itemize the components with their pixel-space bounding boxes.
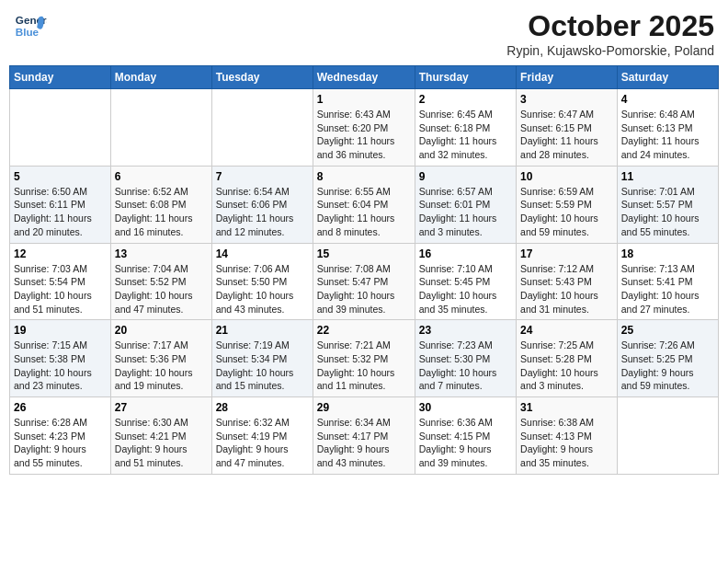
calendar-day-cell: 27Sunrise: 6:30 AM Sunset: 4:21 PM Dayli… bbox=[110, 397, 211, 475]
day-number: 11 bbox=[621, 170, 714, 183]
day-info: Sunrise: 7:01 AM Sunset: 5:57 PM Dayligh… bbox=[621, 185, 714, 239]
calendar-day-cell: 18Sunrise: 7:13 AM Sunset: 5:41 PM Dayli… bbox=[617, 243, 718, 320]
day-info: Sunrise: 6:28 AM Sunset: 4:23 PM Dayligh… bbox=[14, 416, 107, 470]
calendar-day-cell: 23Sunrise: 7:23 AM Sunset: 5:30 PM Dayli… bbox=[415, 320, 516, 397]
day-number: 2 bbox=[419, 93, 512, 106]
calendar-table: SundayMondayTuesdayWednesdayThursdayFrid… bbox=[9, 65, 719, 475]
day-info: Sunrise: 7:25 AM Sunset: 5:28 PM Dayligh… bbox=[520, 339, 613, 393]
calendar-day-cell: 6Sunrise: 6:52 AM Sunset: 6:08 PM Daylig… bbox=[110, 166, 211, 243]
calendar-day-cell bbox=[211, 89, 313, 167]
calendar-day-cell bbox=[110, 89, 211, 167]
calendar-day-cell: 13Sunrise: 7:04 AM Sunset: 5:52 PM Dayli… bbox=[110, 243, 211, 320]
day-info: Sunrise: 6:30 AM Sunset: 4:21 PM Dayligh… bbox=[115, 416, 208, 470]
calendar-day-cell: 20Sunrise: 7:17 AM Sunset: 5:36 PM Dayli… bbox=[110, 320, 211, 397]
day-info: Sunrise: 6:57 AM Sunset: 6:01 PM Dayligh… bbox=[419, 185, 512, 239]
day-number: 29 bbox=[317, 401, 411, 414]
weekday-header: Sunday bbox=[10, 66, 111, 89]
day-number: 17 bbox=[520, 247, 613, 260]
weekday-header: Friday bbox=[517, 66, 618, 89]
day-number: 30 bbox=[419, 401, 512, 414]
day-number: 24 bbox=[520, 324, 613, 337]
day-info: Sunrise: 6:38 AM Sunset: 4:13 PM Dayligh… bbox=[520, 416, 613, 470]
calendar-day-cell: 29Sunrise: 6:34 AM Sunset: 4:17 PM Dayli… bbox=[313, 397, 415, 475]
day-info: Sunrise: 7:03 AM Sunset: 5:54 PM Dayligh… bbox=[14, 262, 107, 316]
day-number: 22 bbox=[317, 324, 411, 337]
day-number: 8 bbox=[317, 170, 411, 183]
day-number: 28 bbox=[216, 401, 309, 414]
day-info: Sunrise: 7:26 AM Sunset: 5:25 PM Dayligh… bbox=[621, 339, 714, 393]
calendar-day-cell: 7Sunrise: 6:54 AM Sunset: 6:06 PM Daylig… bbox=[211, 166, 313, 243]
day-number: 7 bbox=[216, 170, 309, 183]
day-info: Sunrise: 6:32 AM Sunset: 4:19 PM Dayligh… bbox=[216, 416, 309, 470]
day-info: Sunrise: 7:12 AM Sunset: 5:43 PM Dayligh… bbox=[520, 262, 613, 316]
day-number: 25 bbox=[621, 324, 714, 337]
weekday-header-row: SundayMondayTuesdayWednesdayThursdayFrid… bbox=[10, 66, 719, 89]
day-number: 1 bbox=[317, 93, 411, 106]
calendar-week-row: 12Sunrise: 7:03 AM Sunset: 5:54 PM Dayli… bbox=[10, 243, 719, 320]
day-info: Sunrise: 6:34 AM Sunset: 4:17 PM Dayligh… bbox=[317, 416, 411, 470]
day-info: Sunrise: 6:48 AM Sunset: 6:13 PM Dayligh… bbox=[621, 108, 714, 162]
day-number: 15 bbox=[317, 247, 411, 260]
logo: General Blue bbox=[14, 9, 51, 42]
calendar-day-cell: 8Sunrise: 6:55 AM Sunset: 6:04 PM Daylig… bbox=[313, 166, 415, 243]
calendar-day-cell: 31Sunrise: 6:38 AM Sunset: 4:13 PM Dayli… bbox=[517, 397, 618, 475]
day-info: Sunrise: 7:19 AM Sunset: 5:34 PM Dayligh… bbox=[216, 339, 309, 393]
day-number: 13 bbox=[115, 247, 208, 260]
day-info: Sunrise: 6:54 AM Sunset: 6:06 PM Dayligh… bbox=[216, 185, 309, 239]
day-info: Sunrise: 6:36 AM Sunset: 4:15 PM Dayligh… bbox=[419, 416, 512, 470]
day-info: Sunrise: 6:43 AM Sunset: 6:20 PM Dayligh… bbox=[317, 108, 411, 162]
day-info: Sunrise: 7:04 AM Sunset: 5:52 PM Dayligh… bbox=[115, 262, 208, 316]
day-info: Sunrise: 7:08 AM Sunset: 5:47 PM Dayligh… bbox=[317, 262, 411, 316]
calendar-day-cell: 14Sunrise: 7:06 AM Sunset: 5:50 PM Dayli… bbox=[211, 243, 313, 320]
day-number: 5 bbox=[14, 170, 107, 183]
day-number: 27 bbox=[115, 401, 208, 414]
day-number: 20 bbox=[115, 324, 208, 337]
location-subtitle: Rypin, Kujawsko-Pomorskie, Poland bbox=[506, 43, 714, 58]
day-info: Sunrise: 7:15 AM Sunset: 5:38 PM Dayligh… bbox=[14, 339, 107, 393]
calendar-day-cell bbox=[617, 397, 718, 475]
calendar-day-cell: 26Sunrise: 6:28 AM Sunset: 4:23 PM Dayli… bbox=[10, 397, 111, 475]
day-info: Sunrise: 7:13 AM Sunset: 5:41 PM Dayligh… bbox=[621, 262, 714, 316]
calendar-week-row: 19Sunrise: 7:15 AM Sunset: 5:38 PM Dayli… bbox=[10, 320, 719, 397]
month-title: October 2025 bbox=[506, 9, 714, 43]
day-number: 26 bbox=[14, 401, 107, 414]
day-number: 19 bbox=[14, 324, 107, 337]
calendar-day-cell: 30Sunrise: 6:36 AM Sunset: 4:15 PM Dayli… bbox=[415, 397, 516, 475]
day-number: 6 bbox=[115, 170, 208, 183]
calendar-day-cell: 2Sunrise: 6:45 AM Sunset: 6:18 PM Daylig… bbox=[415, 89, 516, 167]
calendar-day-cell: 25Sunrise: 7:26 AM Sunset: 5:25 PM Dayli… bbox=[617, 320, 718, 397]
weekday-header: Saturday bbox=[617, 66, 718, 89]
calendar-day-cell bbox=[10, 89, 111, 167]
day-info: Sunrise: 7:23 AM Sunset: 5:30 PM Dayligh… bbox=[419, 339, 512, 393]
calendar-day-cell: 21Sunrise: 7:19 AM Sunset: 5:34 PM Dayli… bbox=[211, 320, 313, 397]
day-number: 21 bbox=[216, 324, 309, 337]
day-number: 10 bbox=[520, 170, 613, 183]
calendar-day-cell: 3Sunrise: 6:47 AM Sunset: 6:15 PM Daylig… bbox=[517, 89, 618, 167]
calendar-week-row: 26Sunrise: 6:28 AM Sunset: 4:23 PM Dayli… bbox=[10, 397, 719, 475]
svg-text:Blue: Blue bbox=[16, 26, 40, 38]
page-header: General Blue October 2025 Rypin, Kujawsk… bbox=[9, 9, 719, 58]
calendar-day-cell: 24Sunrise: 7:25 AM Sunset: 5:28 PM Dayli… bbox=[517, 320, 618, 397]
calendar-day-cell: 1Sunrise: 6:43 AM Sunset: 6:20 PM Daylig… bbox=[313, 89, 415, 167]
calendar-day-cell: 11Sunrise: 7:01 AM Sunset: 5:57 PM Dayli… bbox=[617, 166, 718, 243]
calendar-day-cell: 5Sunrise: 6:50 AM Sunset: 6:11 PM Daylig… bbox=[10, 166, 111, 243]
logo-icon: General Blue bbox=[14, 9, 47, 42]
weekday-header: Monday bbox=[110, 66, 211, 89]
day-number: 31 bbox=[520, 401, 613, 414]
calendar-day-cell: 15Sunrise: 7:08 AM Sunset: 5:47 PM Dayli… bbox=[313, 243, 415, 320]
day-number: 4 bbox=[621, 93, 714, 106]
calendar-day-cell: 12Sunrise: 7:03 AM Sunset: 5:54 PM Dayli… bbox=[10, 243, 111, 320]
day-info: Sunrise: 6:52 AM Sunset: 6:08 PM Dayligh… bbox=[115, 185, 208, 239]
day-info: Sunrise: 6:47 AM Sunset: 6:15 PM Dayligh… bbox=[520, 108, 613, 162]
day-info: Sunrise: 7:17 AM Sunset: 5:36 PM Dayligh… bbox=[115, 339, 208, 393]
day-info: Sunrise: 6:59 AM Sunset: 5:59 PM Dayligh… bbox=[520, 185, 613, 239]
calendar-week-row: 5Sunrise: 6:50 AM Sunset: 6:11 PM Daylig… bbox=[10, 166, 719, 243]
calendar-week-row: 1Sunrise: 6:43 AM Sunset: 6:20 PM Daylig… bbox=[10, 89, 719, 167]
calendar-day-cell: 4Sunrise: 6:48 AM Sunset: 6:13 PM Daylig… bbox=[617, 89, 718, 167]
weekday-header: Tuesday bbox=[211, 66, 313, 89]
weekday-header: Wednesday bbox=[313, 66, 415, 89]
title-block: October 2025 Rypin, Kujawsko-Pomorskie, … bbox=[506, 9, 714, 58]
calendar-day-cell: 28Sunrise: 6:32 AM Sunset: 4:19 PM Dayli… bbox=[211, 397, 313, 475]
day-info: Sunrise: 7:06 AM Sunset: 5:50 PM Dayligh… bbox=[216, 262, 309, 316]
calendar-day-cell: 17Sunrise: 7:12 AM Sunset: 5:43 PM Dayli… bbox=[517, 243, 618, 320]
